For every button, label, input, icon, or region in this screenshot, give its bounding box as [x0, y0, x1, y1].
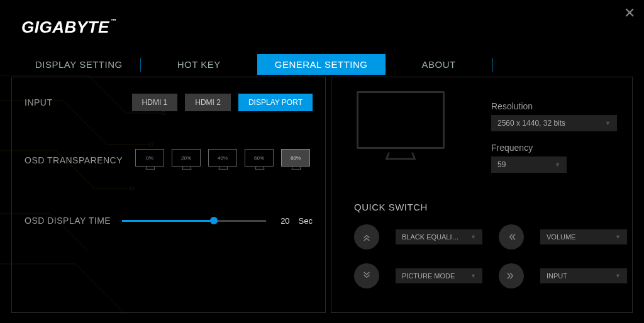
qs-right-dropdown[interactable]: INPUT ▼ [540, 268, 627, 283]
tab-hot-key[interactable]: HOT KEY [160, 54, 238, 75]
transparency-0[interactable]: 0% [135, 149, 165, 172]
trademark: ™ [111, 18, 117, 24]
chevron-down-icon: ▼ [605, 120, 611, 126]
tab-about[interactable]: ABOUT [404, 54, 474, 75]
brand-text: GIGABYTE [21, 18, 109, 36]
tab-general-setting[interactable]: GENERAL SETTING [257, 54, 386, 75]
qs-right-button[interactable] [499, 263, 524, 288]
transparency-20-label: 20% [172, 149, 201, 167]
qs-right-value: INPUT [547, 272, 567, 280]
input-hdmi2-button[interactable]: HDMI 2 [185, 94, 231, 111]
left-panel: INPUT HDMI 1 HDMI 2 DISPLAY PORT OSD TRA… [11, 77, 326, 313]
transparency-20[interactable]: 20% [172, 149, 202, 172]
resolution-value: 2560 x 1440, 32 bits [497, 119, 565, 128]
transparency-40-label: 40% [208, 149, 237, 167]
tab-display-setting[interactable]: DISPLAY SETTING [18, 54, 140, 75]
quick-switch-label: QUICK SWITCH [354, 202, 428, 212]
close-icon[interactable]: ✕ [624, 5, 635, 21]
qs-left-value: VOLUME [547, 233, 575, 241]
transparency-options: 0% 20% 40% 60% 80% [135, 149, 311, 172]
transparency-60[interactable]: 60% [245, 149, 275, 172]
tab-separator [140, 58, 141, 72]
frequency-value: 59 [497, 160, 506, 169]
qs-down-button[interactable] [354, 263, 379, 288]
tab-separator [492, 58, 493, 72]
transparency-40[interactable]: 40% [208, 149, 238, 172]
frequency-label: Frequency [491, 143, 617, 153]
input-hdmi1-button[interactable]: HDMI 1 [132, 94, 178, 111]
resolution-label: Resolution [491, 101, 617, 111]
qs-left-dropdown[interactable]: VOLUME ▼ [540, 229, 627, 244]
osd-time-slider[interactable] [122, 220, 265, 222]
transparency-80-label: 80% [281, 149, 310, 167]
qs-down-value: PICTURE MODE [402, 272, 455, 280]
input-displayport-button[interactable]: DISPLAY PORT [238, 94, 313, 111]
qs-down-dropdown[interactable]: PICTURE MODE ▼ [396, 268, 482, 283]
monitor-icon [357, 91, 445, 160]
osd-time-value: 20 [275, 216, 290, 226]
osd-time-unit: Sec [299, 216, 313, 226]
brand-logo: GIGABYTE™ [21, 18, 116, 37]
qs-up-dropdown[interactable]: BLACK EQUALI… ▼ [396, 229, 482, 244]
chevron-down-icon: ▼ [555, 162, 560, 168]
double-chevron-left-icon [506, 231, 517, 243]
double-chevron-down-icon [361, 270, 372, 282]
double-chevron-right-icon [506, 270, 517, 282]
right-panel: Resolution 2560 x 1440, 32 bits ▼ Freque… [331, 77, 633, 313]
slider-thumb[interactable] [210, 217, 218, 224]
transparency-0-label: 0% [135, 149, 164, 167]
qs-up-button[interactable] [354, 224, 379, 249]
chevron-down-icon: ▼ [615, 234, 621, 240]
transparency-80[interactable]: 80% [281, 149, 311, 172]
qs-up-value: BLACK EQUALI… [402, 233, 458, 241]
transparency-60-label: 60% [245, 149, 274, 167]
input-label: INPUT [25, 97, 53, 107]
frequency-dropdown[interactable]: 59 ▼ [491, 156, 567, 173]
chevron-down-icon: ▼ [470, 273, 476, 279]
double-chevron-up-icon [361, 231, 372, 243]
chevron-down-icon: ▼ [470, 234, 476, 240]
qs-left-button[interactable] [499, 224, 524, 249]
chevron-down-icon: ▼ [615, 273, 621, 279]
main-tabs: DISPLAY SETTING HOT KEY GENERAL SETTING … [18, 54, 626, 75]
osd-display-time-label: OSD DISPLAY TIME [25, 216, 111, 226]
resolution-dropdown[interactable]: 2560 x 1440, 32 bits ▼ [491, 115, 617, 131]
osd-transparency-label: OSD TRANSPARENCY [25, 155, 123, 165]
